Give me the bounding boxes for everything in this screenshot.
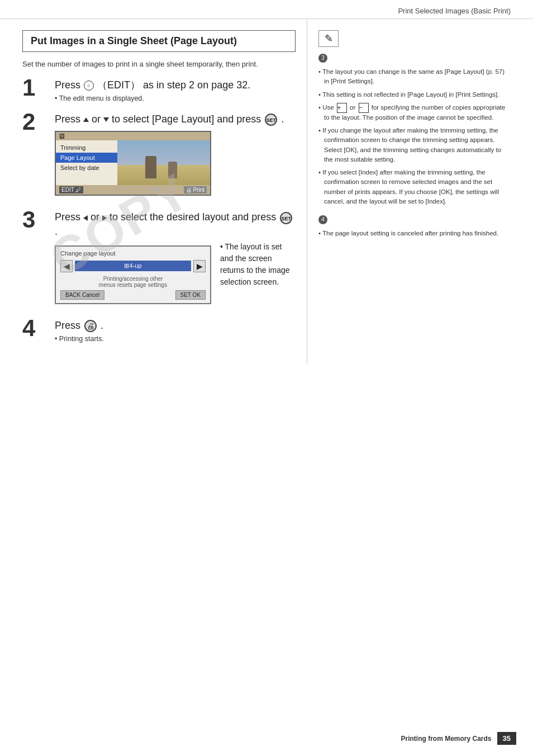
right-column: ✎ 3 The layout you can change is the sam… bbox=[307, 19, 516, 364]
step-3-sub-text: • The layout is set and the screen retur… bbox=[220, 241, 296, 288]
step-1-edit-label: （EDIT） bbox=[97, 79, 140, 91]
camera-screen-top: 🖼 bbox=[56, 132, 210, 140]
step-3-set-icon: SET bbox=[280, 212, 292, 224]
note-3-item-3: Use + or − for specifying the number of … bbox=[318, 103, 511, 122]
set-button-icon: SET bbox=[265, 114, 277, 126]
note-icon-box: ✎ bbox=[318, 30, 339, 47]
page-content: Put Images in a Single Sheet (Page Layou… bbox=[0, 19, 533, 364]
camera-screen: 🖼 Trimming Page Layout Select by date bbox=[55, 131, 211, 196]
camera-edit-label: EDIT 🖊 bbox=[59, 186, 83, 193]
step-4-sub: Printing starts. bbox=[55, 335, 296, 343]
layout-selector: Change page layout ◀ ⊞4-up ▶ Printing/ac… bbox=[55, 245, 211, 304]
step-1-text: Press ○ （EDIT） as in step 2 on page 32. bbox=[55, 78, 296, 92]
step-3-or: or bbox=[91, 211, 102, 223]
note-3-item-1: The layout you can change is the same as… bbox=[318, 67, 511, 87]
step-2-dot: . bbox=[281, 114, 284, 125]
arrow-left-icon bbox=[83, 215, 88, 221]
step-3-text: Press or to select the desired layout an… bbox=[55, 210, 296, 238]
arrow-right-icon bbox=[102, 215, 107, 221]
step-3-content: Press or to select the desired layout an… bbox=[55, 210, 296, 308]
note-block-4: 4 The page layout setting is canceled af… bbox=[318, 214, 511, 238]
layout-selector-row: ◀ ⊞4-up ▶ bbox=[60, 260, 206, 272]
step-3-number: 3 bbox=[22, 208, 51, 231]
step-4-text: Press 🖨 . bbox=[55, 319, 296, 333]
note-3-item-4: If you change the layout after making th… bbox=[318, 126, 511, 164]
step-2-text: Press or to select [Page Layout] and pre… bbox=[55, 112, 296, 126]
step-2-press: Press bbox=[55, 114, 83, 125]
step-3-dot: . bbox=[55, 226, 58, 237]
camera-print-label: 🖨 Print bbox=[184, 186, 207, 193]
camera-icon: 🖼 bbox=[59, 133, 65, 139]
step-1: 1 Press ○ （EDIT） as in step 2 on page 32… bbox=[22, 78, 296, 102]
camera-screen-body: Trimming Page Layout Select by date bbox=[56, 140, 210, 185]
step-1-rest: as in step 2 on page 32. bbox=[143, 79, 250, 91]
step-1-number: 1 bbox=[22, 76, 51, 100]
layout-selector-title: Change page layout bbox=[60, 250, 206, 257]
note-pencil-icon: ✎ bbox=[325, 31, 333, 46]
left-column: Put Images in a Single Sheet (Page Layou… bbox=[17, 19, 307, 364]
menu-item-select-by-date: Select by date bbox=[56, 163, 117, 173]
note-4-item-1: The page layout setting is canceled afte… bbox=[318, 229, 511, 238]
layout-next-btn[interactable]: ▶ bbox=[193, 260, 206, 272]
step-3-body: Change page layout ◀ ⊞4-up ▶ Printing/ac… bbox=[55, 241, 296, 309]
step-3: 3 Press or to select the desired layout … bbox=[22, 210, 296, 308]
header-title: Print Selected Images (Basic Print) bbox=[398, 7, 511, 15]
step-4-content: Press 🖨 . Printing starts. bbox=[55, 319, 296, 343]
step-2-content: Press or to select [Page Layout] and pre… bbox=[55, 112, 296, 200]
camera-photo bbox=[117, 140, 210, 185]
note-3-item-2: This setting is not reflected in [Page L… bbox=[318, 90, 511, 100]
page-footer: Printing from Memory Cards 35 bbox=[401, 732, 517, 745]
arrow-down-icon bbox=[103, 117, 109, 122]
step-4: 4 Press 🖨 . Printing starts. bbox=[22, 319, 296, 343]
menu-item-page-layout: Page Layout bbox=[56, 153, 117, 163]
step-2: 2 Press or to select [Page Layout] and p… bbox=[22, 112, 296, 200]
layout-prev-btn[interactable]: ◀ bbox=[60, 260, 73, 272]
step-2-suffix: to select [Page Layout] and press bbox=[112, 114, 264, 125]
layout-screen-area: Change page layout ◀ ⊞4-up ▶ Printing/ac… bbox=[55, 241, 211, 309]
plus-icon: + bbox=[337, 103, 347, 113]
footer-text: Printing from Memory Cards bbox=[401, 735, 492, 743]
footer-page-number: 35 bbox=[497, 732, 516, 745]
page-header: Print Selected Images (Basic Print) bbox=[0, 0, 533, 19]
step-4-press: Press bbox=[55, 320, 83, 331]
step-4-dot: . bbox=[101, 320, 103, 331]
camera-screen-bottom: EDIT 🖊 🖨 Print bbox=[56, 185, 210, 195]
arrow-up-icon bbox=[83, 117, 89, 122]
step-3-suffix: to select the desired layout and press bbox=[110, 211, 279, 223]
step-3-press: Press bbox=[55, 211, 83, 223]
step-2-number: 2 bbox=[22, 110, 51, 134]
minus-icon: − bbox=[359, 103, 369, 113]
layout-hint: Printing/accessing othermenus resets pag… bbox=[60, 276, 206, 288]
step-4-number: 4 bbox=[22, 316, 51, 340]
camera-menu: Trimming Page Layout Select by date bbox=[56, 140, 117, 185]
step-1-content: Press ○ （EDIT） as in step 2 on page 32. … bbox=[55, 78, 296, 102]
layout-buttons: BACK Cancel SET OK bbox=[60, 290, 206, 300]
layout-back-btn[interactable]: BACK Cancel bbox=[60, 290, 104, 300]
intro-text: Set the number of images to print in a s… bbox=[22, 60, 296, 68]
note-block-3: 3 The layout you can change is the same … bbox=[318, 53, 511, 206]
note-4-label: 4 bbox=[318, 215, 327, 224]
note-3-item-5: If you select [Index] after making the t… bbox=[318, 168, 511, 206]
step-2-or1: or bbox=[92, 114, 103, 125]
note-3-label: 3 bbox=[318, 54, 327, 63]
print-button-icon: 🖨 bbox=[84, 320, 97, 332]
step-1-sub: The edit menu is displayed. bbox=[55, 94, 296, 102]
menu-item-trimming: Trimming bbox=[56, 143, 117, 153]
step-1-press-label: Press bbox=[55, 79, 83, 91]
edit-button-icon: ○ bbox=[84, 81, 94, 91]
section-title: Put Images in a Single Sheet (Page Layou… bbox=[22, 30, 296, 52]
layout-current-value: ⊞4-up bbox=[75, 261, 191, 271]
layout-set-btn[interactable]: SET OK bbox=[175, 290, 206, 300]
